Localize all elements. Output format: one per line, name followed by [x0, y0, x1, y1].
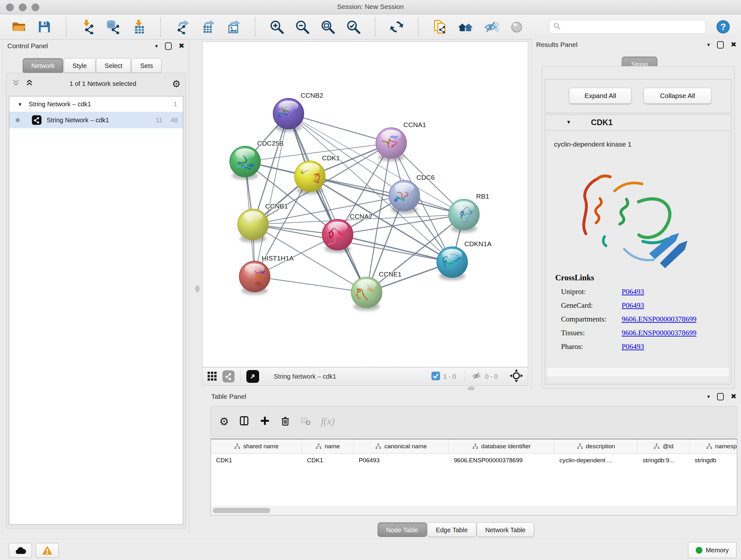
table-hscrollbar[interactable]: [212, 506, 736, 514]
network-collection-row[interactable]: ▼ String Network – cdk1 1: [9, 97, 183, 112]
tab-select[interactable]: Select: [96, 58, 131, 73]
results-scroll-strip[interactable]: [547, 367, 729, 376]
string-network-icon: [32, 115, 42, 125]
zoom-in-button[interactable]: [267, 17, 286, 36]
network-node-CCNB2[interactable]: CCNB2: [273, 91, 323, 132]
clone-network-button[interactable]: [431, 17, 449, 36]
network-options-gear-icon[interactable]: ⚙: [172, 78, 181, 89]
open-session-button[interactable]: [10, 17, 28, 36]
table-cell[interactable]: CDK1: [302, 457, 354, 464]
birds-eye-view-icon[interactable]: [246, 370, 259, 383]
delete-column-trash-icon[interactable]: [280, 415, 291, 428]
table-settings-gear-icon[interactable]: ⚙: [219, 415, 229, 428]
zoom-fit-button[interactable]: [319, 17, 337, 36]
close-panel-icon[interactable]: ✖: [731, 393, 737, 400]
network-node-CCNA1[interactable]: CCNA1: [376, 121, 426, 161]
hide-unhide-button[interactable]: [482, 17, 500, 36]
add-column-icon[interactable]: [259, 415, 270, 428]
zoom-out-button[interactable]: [293, 17, 312, 36]
network-node-CDC25B[interactable]: CDC25B: [230, 139, 284, 180]
tab-sets[interactable]: Sets: [131, 58, 161, 73]
column-header-namespace[interactable]: namespace: [690, 439, 737, 453]
network-view-title: String Network – cdk1: [274, 373, 336, 380]
collapse-all-networks-icon[interactable]: [11, 79, 20, 88]
cloud-button[interactable]: [9, 543, 32, 558]
column-header-@id[interactable]: @id: [637, 439, 690, 453]
node-table[interactable]: shared namenamecanonical namedatabase id…: [211, 439, 737, 515]
share-view-icon[interactable]: [222, 370, 234, 382]
tab-network[interactable]: Network: [23, 58, 63, 73]
expand-all-networks-icon[interactable]: [25, 79, 34, 88]
panel-menu-icon[interactable]: ▾: [707, 42, 710, 48]
import-table-button[interactable]: [130, 17, 148, 36]
crosslink-link[interactable]: P06493: [622, 288, 644, 296]
tab-network-table[interactable]: Network Table: [477, 522, 534, 537]
expand-all-button[interactable]: Expand All: [569, 88, 631, 104]
fit-selected-crosshair-icon[interactable]: [509, 369, 523, 384]
show-columns-icon[interactable]: [239, 415, 250, 428]
table-cell[interactable]: stringdb: [690, 457, 737, 464]
memory-button[interactable]: Memory: [688, 542, 737, 558]
float-panel-icon[interactable]: [717, 41, 724, 49]
column-header-shared-name[interactable]: shared name: [211, 439, 302, 453]
edge-HIST1H1A-CCNE1[interactable]: [255, 276, 367, 293]
section-collapse-icon[interactable]: ▼: [566, 119, 571, 125]
warning-button[interactable]: [36, 543, 59, 558]
table-cell[interactable]: P06493: [354, 457, 449, 464]
lens-button[interactable]: [508, 17, 526, 36]
crosslink-link[interactable]: 9606.ENSP00000378699: [622, 315, 697, 323]
network-row-selected[interactable]: String Network – cdk1 11 48: [9, 112, 183, 128]
network-node-CCNB1[interactable]: CCNB1: [238, 202, 288, 243]
window-titlebar: Session: New Session: [0, 0, 741, 14]
export-network-button[interactable]: [173, 17, 192, 36]
zoom-selected-button[interactable]: [344, 17, 362, 36]
import-network-file-button[interactable]: [78, 17, 97, 36]
column-header-name[interactable]: name: [302, 439, 354, 453]
network-node-HIST1H1A[interactable]: HIST1H1A: [239, 254, 293, 295]
panel-menu-icon[interactable]: ▾: [707, 394, 710, 399]
edge-CCNB2-HIST1H1A[interactable]: [255, 114, 288, 276]
import-network-database-button[interactable]: [104, 17, 123, 36]
close-panel-icon[interactable]: ✖: [731, 41, 737, 48]
export-image-button[interactable]: [224, 17, 243, 36]
table-hscrollbar-thumb[interactable]: [213, 508, 270, 513]
tab-style[interactable]: Style: [64, 58, 95, 73]
collection-collapse-icon[interactable]: ▼: [17, 102, 22, 107]
grid-view-icon[interactable]: [207, 371, 217, 382]
string-home-button[interactable]: [456, 17, 475, 36]
crosslink-link[interactable]: P06493: [622, 301, 644, 310]
table-cell[interactable]: 9606.ENSP00000378699: [449, 457, 554, 464]
column-header-canonical-name[interactable]: canonical name: [354, 439, 449, 453]
network-canvas[interactable]: CCNB2 CCNA1 CDC25B CDK1 CDC6 RB1 CCNB1: [202, 42, 528, 367]
refresh-button[interactable]: [387, 17, 406, 36]
table-row[interactable]: CDK1CDK1P064939606.ENSP00000378699cyclin…: [211, 454, 737, 467]
crosslink-link[interactable]: P06493: [622, 343, 644, 351]
column-header-database-identifier[interactable]: database identifier: [449, 439, 554, 453]
network-node-CDKN1A[interactable]: CDKN1A: [437, 240, 491, 280]
collapse-all-button[interactable]: Collapse All: [643, 88, 712, 104]
help-button[interactable]: ?: [716, 19, 731, 35]
tab-edge-table[interactable]: Edge Table: [427, 522, 476, 537]
panel-menu-icon[interactable]: ▾: [155, 44, 158, 49]
save-session-button[interactable]: [35, 17, 54, 36]
crosslink-link[interactable]: 9606.ENSP00000378699: [622, 329, 697, 337]
table-cell[interactable]: stringdb:9...: [637, 457, 690, 464]
close-panel-icon[interactable]: ✖: [179, 43, 185, 50]
column-header-description[interactable]: description: [554, 439, 637, 453]
edge-CCNB2-CCNA1[interactable]: [288, 114, 391, 143]
export-table-button[interactable]: [199, 17, 217, 36]
network-node-CDK1[interactable]: CDK1: [294, 154, 340, 194]
selected-checkbox-icon[interactable]: [431, 372, 440, 381]
edge-CDK1-RB1[interactable]: [310, 176, 464, 214]
table-cell[interactable]: cyclin-dependent ...: [554, 457, 637, 464]
tab-node-table[interactable]: Node Table: [378, 522, 427, 537]
network-node-RB1[interactable]: RB1: [449, 192, 489, 233]
search-input[interactable]: [563, 23, 702, 31]
gene-section-header[interactable]: ▼ CDK1: [545, 115, 731, 130]
table-cell[interactable]: CDK1: [211, 457, 302, 464]
left-splitter-handle[interactable]: [195, 286, 199, 292]
float-panel-icon[interactable]: [165, 43, 172, 50]
float-panel-icon[interactable]: [717, 393, 724, 400]
hidden-eye-icon[interactable]: [471, 371, 482, 382]
search-field[interactable]: [549, 20, 706, 34]
